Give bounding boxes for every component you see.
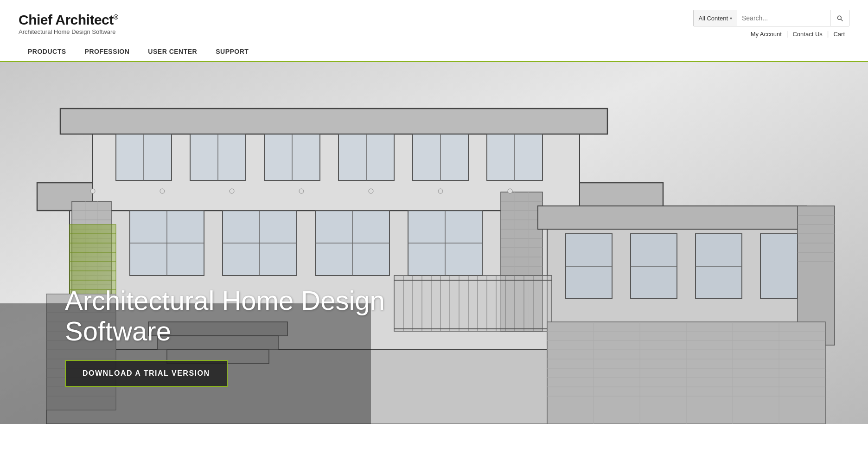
search-input[interactable] — [737, 10, 830, 26]
cart-link[interactable]: Cart — [829, 31, 849, 38]
account-links: My Account | Contact Us | Cart — [751, 30, 849, 38]
download-trial-button[interactable]: DOWNLOAD A TRIAL VERSION — [65, 360, 228, 387]
nav-item-support[interactable]: SUPPORT — [206, 42, 258, 61]
logo-subtitle: Architectural Home Design Software — [19, 28, 118, 35]
search-category-label: All Content — [698, 15, 728, 22]
svg-point-109 — [369, 189, 373, 193]
logo-trademark: ® — [114, 13, 118, 21]
svg-point-110 — [438, 189, 443, 193]
svg-point-107 — [230, 189, 234, 193]
nav-item-products[interactable]: PRODUCTS — [19, 42, 76, 61]
nav-items: PRODUCTS PROFESSION USER CENTER SUPPORT — [19, 42, 258, 61]
search-button[interactable] — [830, 10, 849, 26]
nav-item-profession[interactable]: PROFESSION — [76, 42, 139, 61]
logo-title: Chief Architect® — [19, 12, 118, 27]
svg-point-105 — [90, 189, 95, 193]
logo-area: Chief Architect® Architectural Home Desi… — [19, 12, 118, 35]
search-area: All Content ▾ My Account | Contact Us | … — [693, 10, 849, 38]
main-nav: PRODUCTS PROFESSION USER CENTER SUPPORT — [0, 42, 868, 62]
svg-point-111 — [508, 189, 512, 193]
search-icon — [836, 14, 843, 22]
my-account-link[interactable]: My Account — [751, 31, 786, 38]
contact-us-link[interactable]: Contact Us — [788, 31, 827, 38]
svg-rect-66 — [760, 234, 798, 299]
hero-content: Architectural Home Design Software DOWNL… — [65, 285, 389, 387]
nav-item-user-center[interactable]: USER CENTER — [139, 42, 206, 61]
logo-name: Chief Architect — [19, 12, 114, 27]
chevron-down-icon: ▾ — [730, 16, 732, 21]
search-category-dropdown[interactable]: All Content ▾ — [694, 10, 737, 26]
svg-point-106 — [160, 189, 165, 193]
svg-point-108 — [299, 189, 304, 193]
svg-rect-59 — [538, 206, 807, 229]
svg-rect-5 — [60, 109, 607, 134]
svg-rect-83 — [394, 276, 552, 331]
header: Chief Architect® Architectural Home Desi… — [0, 0, 868, 42]
hero-title: Architectural Home Design Software — [65, 285, 389, 347]
hero-section: Architectural Home Design Software DOWNL… — [0, 62, 868, 424]
search-row: All Content ▾ — [693, 10, 849, 26]
